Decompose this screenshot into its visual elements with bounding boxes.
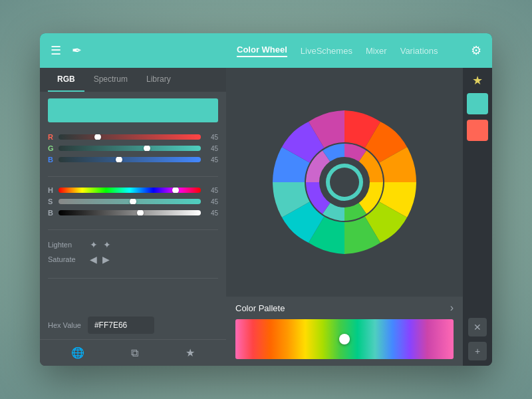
palette-header: Color Pallete › [226, 297, 463, 319]
nav-variations[interactable]: Variations [400, 46, 438, 56]
main-content: RGB Spectrum Library R 45 G [40, 68, 492, 366]
lighten-label: Lighten [48, 241, 84, 249]
lighten-row: Lighten ✦ ✦ [48, 239, 218, 250]
star-icon[interactable]: ★ [186, 346, 195, 359]
swatch-coral[interactable] [467, 120, 488, 141]
r-value: 45 [205, 134, 218, 141]
b-value: 45 [205, 156, 218, 164]
side-panel: ★ ✕ + [463, 68, 492, 366]
b-track[interactable] [59, 157, 201, 162]
tabs: RGB Spectrum Library [40, 68, 226, 92]
h-value: 45 [205, 187, 218, 194]
nav-color-wheel[interactable]: Color Wheel [237, 45, 287, 57]
h-label: H [48, 186, 55, 194]
divider-2 [48, 229, 218, 230]
brightness-slider-row: B 45 [48, 209, 218, 217]
app-window: ☰ ✒ Color Wheel LiveSchemes Mixer Variat… [40, 33, 492, 366]
brightness-value: 45 [205, 209, 218, 217]
nav-mixer[interactable]: Mixer [366, 46, 387, 56]
settings-icon[interactable]: ⚙ [471, 43, 481, 58]
h-track[interactable] [59, 188, 201, 193]
s-slider-row: S 45 [48, 198, 218, 205]
g-value: 45 [205, 145, 218, 152]
rgb-sliders: R 45 G 45 B [40, 129, 226, 171]
tab-library[interactable]: Library [137, 68, 180, 92]
bottom-icons: 🌐 ⧉ ★ [40, 339, 226, 366]
divider-1 [48, 176, 218, 177]
side-bottom-buttons: ✕ + [468, 318, 487, 360]
pin-icon[interactable]: ★ [472, 73, 483, 88]
saturate-up-btn[interactable]: ▶ [102, 254, 110, 265]
g-label: G [48, 144, 55, 152]
divider-3 [48, 278, 218, 279]
palette-bar[interactable] [235, 319, 454, 359]
palette-indicator [339, 334, 350, 344]
palette-title: Color Pallete [235, 303, 285, 313]
hex-input[interactable] [88, 317, 154, 334]
color-preview [48, 98, 218, 122]
eyedropper-icon[interactable]: ✒ [72, 43, 82, 58]
hex-label: Hex Value [48, 321, 81, 329]
adjust-section: Lighten ✦ ✦ Saturate ◀ ▶ [40, 235, 226, 273]
s-track[interactable] [59, 199, 201, 204]
palette-section: Color Pallete › [226, 297, 463, 366]
g-track[interactable] [59, 146, 201, 151]
r-track[interactable] [59, 134, 201, 140]
saturate-row: Saturate ◀ ▶ [48, 254, 218, 265]
menu-icon[interactable]: ☰ [51, 43, 61, 58]
palette-arrow-icon[interactable]: › [450, 302, 454, 314]
b-label: B [48, 156, 55, 164]
tab-spectrum[interactable]: Spectrum [84, 68, 137, 92]
header-left: ☰ ✒ [51, 43, 237, 58]
add-swatch-btn[interactable]: ✕ [468, 318, 487, 336]
header: ☰ ✒ Color Wheel LiveSchemes Mixer Variat… [40, 33, 492, 68]
wheel-area [226, 68, 463, 297]
r-label: R [48, 133, 55, 141]
hex-section: Hex Value [40, 311, 226, 339]
lighten-up-btn[interactable]: ✦ [103, 239, 111, 250]
right-panel: Color Pallete › [226, 68, 463, 366]
r-slider-row: R 45 [48, 133, 218, 141]
left-panel: RGB Spectrum Library R 45 G [40, 68, 226, 366]
s-value: 45 [205, 198, 218, 205]
lighten-down-btn[interactable]: ✦ [90, 239, 98, 250]
svg-point-6 [330, 168, 359, 197]
h-slider-row: H 45 [48, 186, 218, 194]
globe-icon[interactable]: 🌐 [71, 346, 84, 359]
header-nav: Color Wheel LiveSchemes Mixer Variations [237, 45, 471, 57]
hsb-sliders: H 45 S 45 B [40, 182, 226, 224]
saturate-down-btn[interactable]: ◀ [90, 254, 97, 265]
brightness-track[interactable] [59, 210, 201, 215]
save-swatch-btn[interactable]: + [468, 342, 487, 360]
swatch-teal[interactable] [467, 93, 488, 114]
g-slider-row: G 45 [48, 144, 218, 152]
copy-icon[interactable]: ⧉ [131, 347, 138, 359]
brightness-label: B [48, 209, 55, 217]
saturate-label: Saturate [48, 255, 84, 263]
color-wheel[interactable] [265, 102, 424, 262]
tab-rgb[interactable]: RGB [48, 68, 84, 92]
s-label: S [48, 198, 55, 205]
nav-liveschemes[interactable]: LiveSchemes [301, 46, 352, 56]
b-slider-row: B 45 [48, 156, 218, 164]
